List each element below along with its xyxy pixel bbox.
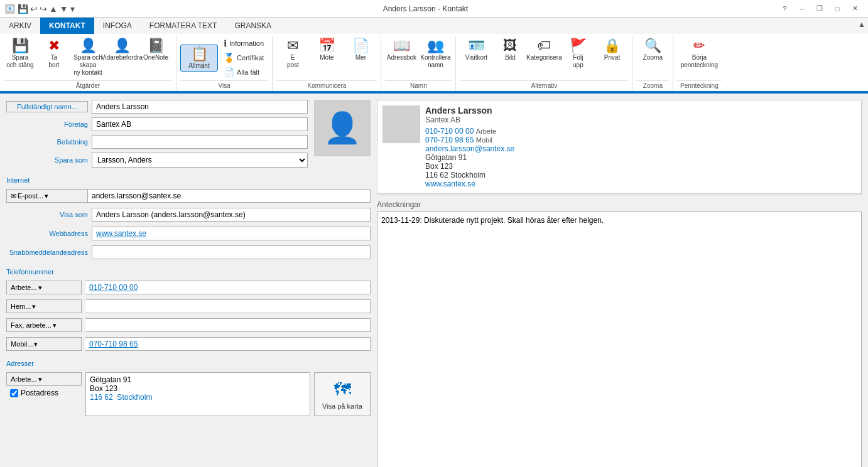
addressbook-button[interactable]: 📖 Adressbok bbox=[385, 36, 418, 63]
spara-som-select[interactable]: Larsson, Anders bbox=[92, 153, 308, 168]
tab-arkiv[interactable]: ARKIV bbox=[0, 18, 40, 34]
notes-area: Anteckningar 2013-11-29: Diskuterade nyt… bbox=[377, 200, 862, 467]
addr-line3: 116 62 Stockholm bbox=[90, 393, 306, 402]
certifikat-icon: 🏅 bbox=[224, 53, 234, 63]
card-phone-work[interactable]: 010-710 00 00 bbox=[425, 127, 474, 136]
webbadress-input[interactable] bbox=[92, 227, 371, 240]
save-close-button[interactable]: 💾 Sparaoch stäng bbox=[4, 36, 36, 71]
title-bar-left: 📧 💾 ↩ ↪ ▲ ▼ ▾ bbox=[5, 4, 75, 14]
snabb-row: Snabbmeddelandeadress bbox=[6, 245, 371, 259]
more-icon[interactable]: ▾ bbox=[70, 4, 75, 14]
business-card-button[interactable]: 🪪 Visitkort bbox=[460, 36, 492, 63]
down-icon[interactable]: ▼ bbox=[60, 4, 68, 14]
phone-mobil-row: Mobil... ▾ bbox=[6, 337, 371, 351]
email-input[interactable] bbox=[88, 189, 371, 203]
card-website[interactable]: www.santex.se bbox=[425, 180, 856, 188]
information-button[interactable]: ℹ Information bbox=[219, 36, 268, 50]
email-icon-small: ✉ bbox=[11, 192, 16, 200]
ribbon-collapse-button[interactable]: ▲ bbox=[855, 18, 868, 31]
group-alternativ: 🪪 Visitkort 🖼 Bild 🏷 Kategorisera 🚩 Följ… bbox=[456, 36, 632, 91]
followup-button[interactable]: 🚩 Följupp bbox=[561, 36, 594, 71]
onenote-button[interactable]: 📓 OneNote bbox=[139, 36, 172, 63]
tab-kontakt[interactable]: KONTAKT bbox=[40, 18, 94, 34]
more-button[interactable]: 📄 Mer bbox=[344, 36, 377, 63]
certifikat-button[interactable]: 🏅 Certifikat bbox=[219, 51, 268, 65]
redo-icon[interactable]: ↪ bbox=[40, 4, 47, 14]
addr-text[interactable]: Götgatan 91 Box 123 116 62 Stockholm bbox=[85, 372, 310, 416]
contact-photo[interactable]: 👤 bbox=[314, 100, 371, 156]
forward-button[interactable]: 👤 Vidarebefordra bbox=[106, 36, 138, 63]
phone-fax-input[interactable] bbox=[85, 318, 371, 332]
alternativ-items: 🪪 Visitkort 🖼 Bild 🏷 Kategorisera 🚩 Följ… bbox=[460, 36, 628, 79]
tab-granska[interactable]: GRANSKA bbox=[225, 18, 280, 34]
picture-icon: 🖼 bbox=[503, 39, 517, 53]
zoom-button[interactable]: 🔍 Zooma bbox=[636, 36, 669, 63]
email-dropdown-icon: ▾ bbox=[45, 192, 48, 200]
check-name-icon: 👥 bbox=[427, 39, 444, 53]
befattning-input[interactable] bbox=[92, 135, 308, 149]
undo-icon[interactable]: ↩ bbox=[30, 4, 38, 14]
pen-start-button[interactable]: ✏ Börjapennteckning bbox=[677, 36, 721, 71]
phone-mobil-input[interactable] bbox=[85, 337, 371, 351]
card-info: Anders Larsson Santex AB 010-710 00 00 A… bbox=[425, 105, 856, 188]
group-namn: 📖 Adressbok 👥 Kontrolleranamn Namn bbox=[381, 36, 456, 91]
private-button[interactable]: 🔒 Privat bbox=[595, 36, 628, 63]
phone-fax-row: Fax, arbete... ▾ bbox=[6, 318, 371, 332]
group-pennteckning: ✏ Börjapennteckning Pennteckning bbox=[673, 36, 725, 91]
company-input[interactable] bbox=[92, 117, 308, 131]
fullname-button[interactable]: Fullständigt namn... bbox=[6, 101, 88, 112]
allmant-icon: 📋 bbox=[191, 47, 208, 61]
phone-fax-button[interactable]: Fax, arbete... ▾ bbox=[6, 318, 82, 332]
window-title: Anders Larsson - Kontakt bbox=[75, 4, 776, 13]
spara-som-row: Spara som Larsson, Anders bbox=[6, 153, 308, 168]
map-button[interactable]: 🗺 Visa på karta bbox=[314, 372, 371, 416]
delete-icon: ✖ bbox=[48, 39, 60, 53]
tab-formatera[interactable]: FORMATERA TEXT bbox=[141, 18, 226, 34]
alla-falt-button[interactable]: 📄 Alla fält bbox=[219, 65, 268, 79]
webbadress-label: Webbadress bbox=[6, 230, 88, 237]
visa-som-input[interactable] bbox=[92, 208, 371, 222]
help-button[interactable]: ? bbox=[776, 3, 793, 15]
close-button[interactable]: ✕ bbox=[847, 3, 863, 15]
phone-arbete-button[interactable]: Arbete... ▾ bbox=[6, 281, 82, 294]
categorize-button[interactable]: 🏷 Kategorisera bbox=[528, 36, 560, 63]
company-label: Företag bbox=[6, 121, 88, 128]
maximize-button[interactable]: □ bbox=[829, 3, 845, 15]
email-type-button[interactable]: ✉ E-post... ▾ bbox=[6, 189, 88, 203]
card-addr2: Box 123 bbox=[425, 162, 453, 171]
phone-hem-button[interactable]: Hem... ▾ bbox=[6, 299, 82, 313]
delete-button[interactable]: ✖ Tabort bbox=[38, 36, 70, 71]
business-card-icon: 🪪 bbox=[468, 39, 485, 53]
addr-type-button[interactable]: Arbete... ▾ bbox=[6, 372, 82, 386]
map-icon: 🗺 bbox=[334, 379, 351, 400]
notes-input[interactable]: 2013-11-29: Diskuterade nytt projekt. Sk… bbox=[377, 212, 862, 467]
pen-icon: ✏ bbox=[693, 39, 705, 53]
picture-button[interactable]: 🖼 Bild bbox=[494, 36, 526, 63]
up-icon[interactable]: ▲ bbox=[49, 4, 58, 14]
postadress-checkbox[interactable] bbox=[10, 389, 18, 397]
phone-hem-row: Hem... ▾ bbox=[6, 299, 371, 313]
meeting-button[interactable]: 📅 Möte bbox=[310, 36, 343, 63]
fullname-input[interactable] bbox=[92, 100, 308, 114]
information-icon: ℹ bbox=[224, 38, 227, 48]
email-button[interactable]: ✉ Epost bbox=[276, 36, 309, 71]
card-email[interactable]: anders.larsson@santex.se bbox=[425, 144, 856, 153]
contact-form: Fullständigt namn... Företag Befattning … bbox=[6, 100, 371, 467]
save-new-button[interactable]: 👤 Spara och skapany kontakt bbox=[72, 36, 104, 78]
phone-hem-input[interactable] bbox=[85, 299, 371, 313]
check-name-button[interactable]: 👥 Kontrolleranamn bbox=[419, 36, 452, 71]
visa-som-label: Visa som bbox=[6, 211, 88, 218]
pennteckning-label: Pennteckning bbox=[677, 80, 721, 91]
allmant-button[interactable]: 📋 Allmänt bbox=[180, 45, 218, 72]
phone-mobil-button[interactable]: Mobil... ▾ bbox=[6, 337, 82, 351]
minimize-button[interactable]: ─ bbox=[794, 3, 810, 15]
save-icon[interactable]: 💾 bbox=[18, 4, 28, 14]
tab-infoga[interactable]: INFOGA bbox=[94, 18, 141, 34]
alternativ-label: Alternativ bbox=[460, 80, 628, 91]
card-phone-mob[interactable]: 070-710 98 65 bbox=[425, 136, 474, 144]
restore-button[interactable]: ❐ bbox=[811, 3, 828, 15]
card-company: Santex AB bbox=[425, 115, 856, 124]
phone-arbete-input[interactable] bbox=[85, 281, 371, 294]
snabb-input[interactable] bbox=[92, 245, 371, 259]
visa-small-buttons: ℹ Information 🏅 Certifikat 📄 Alla fält bbox=[219, 36, 268, 79]
